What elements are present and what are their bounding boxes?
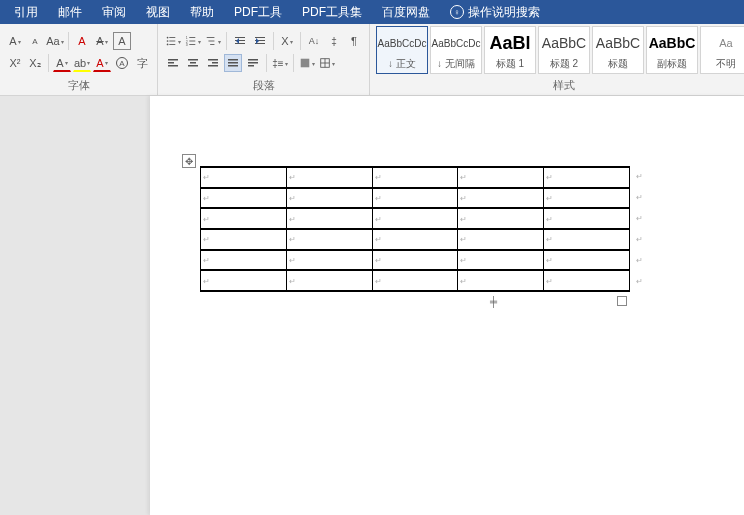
style-name: 标题	[608, 57, 628, 71]
table-cell[interactable]	[372, 229, 458, 250]
decrease-indent-button[interactable]	[231, 32, 249, 50]
menu-pdf-toolset[interactable]: PDF工具集	[292, 0, 372, 24]
table-cell[interactable]	[286, 250, 372, 271]
menu-baidu-netdisk[interactable]: 百度网盘	[372, 0, 440, 24]
menu-pdf-tools[interactable]: PDF工具	[224, 0, 292, 24]
table-cell[interactable]	[286, 188, 372, 209]
phonetic-guide-button[interactable]: A	[73, 32, 91, 50]
separator	[226, 32, 227, 50]
table-cell[interactable]	[544, 270, 630, 291]
char-border-button[interactable]: A	[113, 32, 131, 50]
svg-rect-17	[235, 43, 245, 44]
page[interactable]: ✥ ↵↵↵↵↵↵ ╪	[150, 96, 744, 347]
table-cell[interactable]	[458, 188, 544, 209]
sort-button[interactable]: A↓	[305, 32, 323, 50]
font-color-button[interactable]: A▾	[53, 54, 71, 72]
table-cell[interactable]	[372, 270, 458, 291]
char-border2-button[interactable]: 字	[133, 54, 151, 72]
char-shading-button[interactable]: A▾	[93, 54, 111, 72]
style-item[interactable]: AaBbC标题 2	[538, 26, 590, 74]
table-cell[interactable]	[372, 188, 458, 209]
document-area[interactable]: ✥ ↵↵↵↵↵↵ ╪	[150, 96, 744, 515]
show-marks-button[interactable]: ¶	[345, 32, 363, 50]
line-spacing2-button[interactable]: ‡≡▾	[271, 54, 289, 72]
align-center-button[interactable]	[184, 54, 202, 72]
style-item[interactable]: AaBbC标题	[592, 26, 644, 74]
svg-rect-15	[235, 37, 245, 38]
style-name: ↓ 正文	[388, 57, 416, 71]
paragraph-mark-icon: ↵	[630, 208, 643, 229]
table-cell[interactable]	[372, 167, 458, 188]
font-grow-button[interactable]: A▾	[6, 32, 24, 50]
asian-layout-button[interactable]: X▾	[278, 32, 296, 50]
table-cell[interactable]	[458, 270, 544, 291]
style-item[interactable]: Aa不明	[700, 26, 744, 74]
styles-gallery[interactable]: AaBbCcDc↓ 正文AaBbCcDc↓ 无间隔AaBl标题 1AaBbC标题…	[376, 26, 744, 74]
align-right-button[interactable]	[204, 54, 222, 72]
table-cell[interactable]	[286, 270, 372, 291]
svg-point-0	[167, 37, 169, 39]
font-shrink-button[interactable]: A	[26, 32, 44, 50]
table-cell[interactable]	[458, 229, 544, 250]
justify-button[interactable]	[224, 54, 242, 72]
separator	[293, 54, 294, 72]
table-cell[interactable]	[286, 208, 372, 229]
style-item[interactable]: AaBbCcDc↓ 无间隔	[430, 26, 482, 74]
table-cell[interactable]	[201, 167, 287, 188]
shading-button[interactable]: ▾	[298, 54, 316, 72]
style-preview: AaBbC	[593, 29, 643, 57]
highlight-button[interactable]: ab▾	[73, 54, 91, 72]
style-item[interactable]: AaBbCcDc↓ 正文	[376, 26, 428, 74]
table-cell[interactable]	[201, 208, 287, 229]
menu-view[interactable]: 视图	[136, 0, 180, 24]
table-resize-handle-icon[interactable]	[617, 296, 627, 306]
table-cell[interactable]	[201, 250, 287, 271]
numbering-button[interactable]: 123▾	[184, 32, 202, 50]
svg-rect-14	[210, 44, 214, 45]
table-cell[interactable]	[286, 229, 372, 250]
table-cell[interactable]	[544, 188, 630, 209]
table-cell[interactable]	[544, 208, 630, 229]
change-case-button[interactable]: Aa▾	[46, 32, 64, 50]
table-cell[interactable]	[458, 208, 544, 229]
separator	[266, 54, 267, 72]
style-item[interactable]: AaBbC副标题	[646, 26, 698, 74]
menu-help[interactable]: 帮助	[180, 0, 224, 24]
table-cell[interactable]	[372, 208, 458, 229]
paragraph-mark-icon: ↵	[630, 271, 643, 292]
table-cell[interactable]	[286, 167, 372, 188]
svg-rect-24	[188, 59, 198, 61]
style-item[interactable]: AaBl标题 1	[484, 26, 536, 74]
style-name: 标题 2	[550, 57, 578, 71]
table-cell[interactable]	[201, 270, 287, 291]
increase-indent-button[interactable]	[251, 32, 269, 50]
menu-mailings[interactable]: 邮件	[48, 0, 92, 24]
svg-rect-22	[168, 62, 174, 64]
distribute-button[interactable]	[244, 54, 262, 72]
superscript-button[interactable]: X²	[6, 54, 24, 72]
table-cell[interactable]	[458, 250, 544, 271]
svg-rect-13	[208, 41, 214, 42]
subscript-button[interactable]: X₂	[26, 54, 44, 72]
table-cell[interactable]	[544, 229, 630, 250]
style-name: 副标题	[657, 57, 687, 71]
table-cell[interactable]	[372, 250, 458, 271]
table-cell[interactable]	[458, 167, 544, 188]
table-move-handle-icon[interactable]: ✥	[182, 154, 196, 168]
table-cell[interactable]	[544, 167, 630, 188]
table-cell[interactable]	[544, 250, 630, 271]
tell-me-search[interactable]: ♀ 操作说明搜索	[440, 0, 550, 24]
svg-rect-28	[212, 62, 218, 64]
clear-formatting-button[interactable]: A▾	[93, 32, 111, 50]
multilevel-list-button[interactable]: ▾	[204, 32, 222, 50]
table-cell[interactable]	[201, 188, 287, 209]
line-spacing-button[interactable]: ‡	[325, 32, 343, 50]
menu-references[interactable]: 引用	[4, 0, 48, 24]
document-table[interactable]	[200, 166, 630, 292]
menu-review[interactable]: 审阅	[92, 0, 136, 24]
enclose-char-button[interactable]: A	[113, 54, 131, 72]
align-left-button[interactable]	[164, 54, 182, 72]
bullets-button[interactable]: ▾	[164, 32, 182, 50]
table-cell[interactable]	[201, 229, 287, 250]
borders-button[interactable]: ▾	[318, 54, 336, 72]
